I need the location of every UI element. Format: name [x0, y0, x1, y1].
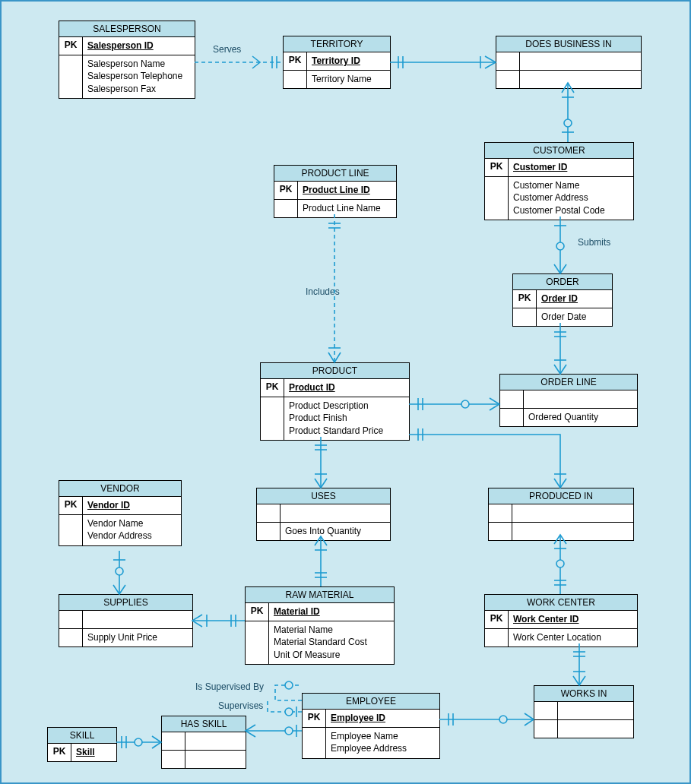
pk-name: Customer ID	[513, 162, 567, 172]
entity-title: DOES BUSINESS IN	[496, 36, 641, 52]
svg-point-8	[564, 119, 572, 127]
label-supervises: Supervises	[218, 700, 263, 711]
svg-point-57	[285, 681, 293, 689]
attr: Salesperson Fax	[87, 83, 190, 95]
entity-product-line: PRODUCT LINE PK Product Line ID Product …	[274, 165, 397, 218]
pk-label: PK	[261, 379, 284, 397]
attr: Material Name	[274, 624, 389, 636]
label-is-supervised-by: Is Supervised By	[195, 681, 264, 692]
svg-point-25	[461, 400, 469, 408]
entity-title: TERRITORY	[284, 36, 390, 52]
er-diagram-canvas: SALESPERSON PK Salesperson ID Salesperso…	[0, 0, 691, 784]
pk-label: PK	[48, 744, 71, 761]
svg-point-13	[556, 242, 564, 250]
pk-name: Order ID	[541, 293, 578, 304]
pk-label: PK	[284, 52, 307, 70]
attr: Vendor Name	[87, 517, 176, 530]
entity-salesperson: SALESPERSON PK Salesperson ID Salesperso…	[59, 21, 195, 99]
entity-title: USES	[257, 488, 390, 504]
entity-customer: CUSTOMER PK Customer ID Customer Name Cu…	[484, 142, 634, 220]
attr: Ordered Quantity	[528, 411, 632, 423]
entity-order-line: ORDER LINE Ordered Quantity	[499, 374, 638, 427]
entity-title: ORDER LINE	[500, 375, 637, 390]
pk-label: PK	[246, 603, 269, 621]
attr: Customer Postal Code	[513, 204, 629, 217]
attr: Product Line Name	[303, 202, 391, 214]
attr: Territory Name	[312, 73, 385, 85]
attr: Salesperson Name	[87, 58, 190, 70]
pk-name: Product ID	[289, 382, 335, 393]
entity-order: ORDER PK Order ID Order Date	[512, 273, 613, 327]
entity-title: PRODUCED IN	[489, 488, 633, 504]
entity-title: RAW MATERIAL	[246, 587, 394, 603]
attr: Customer Name	[513, 179, 629, 191]
pk-name: Material ID	[274, 606, 320, 617]
label-serves: Serves	[213, 44, 241, 55]
attr: Product Description	[289, 400, 404, 412]
pk-name: Salesperson ID	[87, 40, 154, 51]
pk-name: Vendor ID	[87, 500, 130, 511]
entity-raw-material: RAW MATERIAL PK Material ID Material Nam…	[245, 586, 395, 665]
label-submits: Submits	[578, 237, 610, 248]
entity-vendor: VENDOR PK Vendor ID Vendor Name Vendor A…	[59, 480, 182, 546]
pk-name: Employee ID	[331, 713, 385, 723]
svg-point-58	[285, 708, 293, 716]
entity-product: PRODUCT PK Product ID Product Descriptio…	[260, 362, 410, 441]
entity-employee: EMPLOYEE PK Employee ID Employee Name Em…	[302, 693, 440, 759]
entity-title: VENDOR	[59, 481, 181, 497]
attr: Employee Address	[331, 742, 435, 754]
attr: Supply Unit Price	[87, 631, 188, 643]
entity-has-skill: HAS SKILL	[161, 716, 246, 769]
entity-title: PRODUCT LINE	[274, 166, 396, 182]
attr: Unit Of Measure	[274, 649, 389, 661]
entity-title: SUPPLIES	[59, 595, 192, 611]
attr: Product Standard Price	[289, 425, 404, 437]
entity-supplies: SUPPLIES Supply Unit Price	[59, 594, 193, 647]
entity-title: CUSTOMER	[485, 143, 633, 159]
entity-territory: TERRITORY PK Territory ID Territory Name	[283, 36, 391, 89]
svg-point-39	[116, 567, 123, 575]
pk-label: PK	[485, 611, 509, 628]
pk-name: Territory ID	[312, 55, 360, 66]
attr: Vendor Address	[87, 530, 176, 542]
entity-title: SKILL	[48, 728, 116, 744]
attr: Order Date	[541, 311, 607, 323]
svg-point-61	[285, 727, 293, 735]
entity-title: HAS SKILL	[162, 716, 246, 732]
entity-produced-in: PRODUCED IN	[488, 488, 634, 541]
pk-label: PK	[303, 710, 326, 727]
pk-label: PK	[485, 159, 509, 176]
svg-point-46	[556, 560, 564, 567]
attr: Product Finish	[289, 412, 404, 424]
entity-skill: SKILL PK Skill	[47, 727, 117, 762]
entity-does-business-in: DOES BUSINESS IN	[496, 36, 642, 89]
attr: Customer Address	[513, 191, 629, 204]
pk-name: Product Line ID	[303, 185, 370, 195]
pk-label: PK	[59, 37, 83, 55]
entity-title: PRODUCT	[261, 363, 409, 379]
attr: Work Center Location	[513, 631, 632, 643]
entity-title: ORDER	[513, 274, 612, 290]
entity-uses: USES Goes Into Quantity	[256, 488, 391, 541]
svg-point-56	[499, 716, 507, 723]
pk-label: PK	[59, 497, 83, 514]
attr: Salesperson Telephone	[87, 70, 190, 82]
entity-work-center: WORK CENTER PK Work Center ID Work Cente…	[484, 594, 638, 647]
pk-label: PK	[513, 290, 537, 308]
entity-works-in: WORKS IN	[534, 685, 634, 738]
entity-title: WORKS IN	[534, 686, 633, 702]
attr: Material Standard Cost	[274, 636, 389, 648]
pk-name: Skill	[76, 747, 95, 757]
pk-label: PK	[274, 182, 298, 199]
entity-title: SALESPERSON	[59, 21, 195, 37]
attr: Employee Name	[331, 730, 435, 742]
entity-title: WORK CENTER	[485, 595, 637, 611]
pk-name: Work Center ID	[513, 614, 578, 624]
attr: Goes Into Quantity	[285, 525, 385, 537]
label-includes: Includes	[306, 286, 340, 297]
svg-point-64	[135, 738, 142, 746]
entity-title: EMPLOYEE	[303, 694, 439, 710]
